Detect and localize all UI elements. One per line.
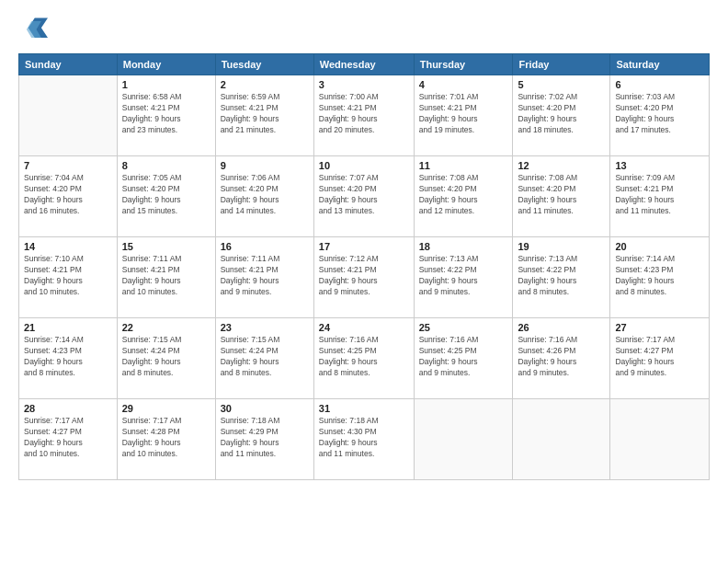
calendar-cell: 25Sunrise: 7:16 AMSunset: 4:25 PMDayligh… (414, 318, 513, 399)
day-number: 9 (221, 160, 309, 171)
calendar-cell: 13Sunrise: 7:09 AMSunset: 4:21 PMDayligh… (610, 156, 710, 237)
day-number: 22 (122, 322, 210, 333)
day-info: Sunrise: 7:15 AMSunset: 4:24 PMDaylight:… (221, 335, 309, 379)
day-number: 8 (122, 160, 210, 171)
calendar-cell: 2Sunrise: 6:59 AMSunset: 4:21 PMDaylight… (215, 75, 313, 156)
weekday-header-thursday: Thursday (414, 54, 513, 75)
weekday-header-saturday: Saturday (610, 54, 710, 75)
week-row-4: 28Sunrise: 7:17 AMSunset: 4:27 PMDayligh… (19, 399, 710, 480)
day-info: Sunrise: 7:08 AMSunset: 4:20 PMDaylight:… (518, 173, 605, 217)
day-info: Sunrise: 7:16 AMSunset: 4:25 PMDaylight:… (319, 335, 409, 379)
day-info: Sunrise: 7:06 AMSunset: 4:20 PMDaylight:… (221, 173, 309, 217)
calendar-cell: 20Sunrise: 7:14 AMSunset: 4:23 PMDayligh… (610, 237, 710, 318)
day-info: Sunrise: 7:08 AMSunset: 4:20 PMDaylight:… (419, 173, 508, 217)
week-row-0: 1Sunrise: 6:58 AMSunset: 4:21 PMDaylight… (19, 75, 710, 156)
weekday-header-row: SundayMondayTuesdayWednesdayThursdayFrid… (19, 54, 710, 75)
calendar-cell (19, 75, 118, 156)
day-number: 5 (518, 79, 605, 90)
day-info: Sunrise: 7:13 AMSunset: 4:22 PMDaylight:… (518, 254, 605, 298)
day-number: 18 (419, 241, 508, 252)
calendar-cell (610, 399, 710, 480)
calendar-cell: 21Sunrise: 7:14 AMSunset: 4:23 PMDayligh… (19, 318, 118, 399)
day-number: 31 (319, 403, 409, 414)
calendar-cell: 11Sunrise: 7:08 AMSunset: 4:20 PMDayligh… (414, 156, 513, 237)
page: SundayMondayTuesdayWednesdayThursdayFrid… (0, 0, 728, 563)
day-info: Sunrise: 7:17 AMSunset: 4:27 PMDaylight:… (24, 416, 112, 460)
day-number: 13 (615, 160, 704, 171)
calendar-cell: 28Sunrise: 7:17 AMSunset: 4:27 PMDayligh… (19, 399, 118, 480)
calendar-cell: 7Sunrise: 7:04 AMSunset: 4:20 PMDaylight… (19, 156, 118, 237)
calendar-table: SundayMondayTuesdayWednesdayThursdayFrid… (18, 53, 710, 480)
header (18, 15, 710, 44)
week-row-3: 21Sunrise: 7:14 AMSunset: 4:23 PMDayligh… (19, 318, 710, 399)
day-info: Sunrise: 7:18 AMSunset: 4:29 PMDaylight:… (221, 416, 309, 460)
day-info: Sunrise: 7:01 AMSunset: 4:21 PMDaylight:… (419, 92, 508, 136)
day-number: 26 (518, 322, 605, 333)
day-info: Sunrise: 7:17 AMSunset: 4:28 PMDaylight:… (122, 416, 210, 460)
day-number: 12 (518, 160, 605, 171)
day-number: 11 (419, 160, 508, 171)
calendar-cell: 24Sunrise: 7:16 AMSunset: 4:25 PMDayligh… (313, 318, 414, 399)
logo (18, 15, 51, 44)
day-info: Sunrise: 7:11 AMSunset: 4:21 PMDaylight:… (221, 254, 309, 298)
day-number: 29 (122, 403, 210, 414)
day-number: 4 (419, 79, 508, 90)
day-number: 16 (221, 241, 309, 252)
calendar-cell: 17Sunrise: 7:12 AMSunset: 4:21 PMDayligh… (313, 237, 414, 318)
calendar-cell: 12Sunrise: 7:08 AMSunset: 4:20 PMDayligh… (513, 156, 610, 237)
day-number: 30 (221, 403, 309, 414)
calendar-cell (513, 399, 610, 480)
calendar-cell: 31Sunrise: 7:18 AMSunset: 4:30 PMDayligh… (313, 399, 414, 480)
calendar-cell (414, 399, 513, 480)
day-info: Sunrise: 7:04 AMSunset: 4:20 PMDaylight:… (24, 173, 112, 217)
calendar-cell: 15Sunrise: 7:11 AMSunset: 4:21 PMDayligh… (117, 237, 215, 318)
day-info: Sunrise: 7:10 AMSunset: 4:21 PMDaylight:… (24, 254, 112, 298)
day-number: 19 (518, 241, 605, 252)
day-info: Sunrise: 7:15 AMSunset: 4:24 PMDaylight:… (122, 335, 210, 379)
weekday-header-monday: Monday (117, 54, 215, 75)
calendar-cell: 5Sunrise: 7:02 AMSunset: 4:20 PMDaylight… (513, 75, 610, 156)
day-number: 10 (319, 160, 409, 171)
day-number: 24 (319, 322, 409, 333)
day-number: 14 (24, 241, 112, 252)
week-row-1: 7Sunrise: 7:04 AMSunset: 4:20 PMDaylight… (19, 156, 710, 237)
logo-icon (18, 15, 48, 44)
day-info: Sunrise: 6:58 AMSunset: 4:21 PMDaylight:… (122, 92, 210, 136)
day-info: Sunrise: 7:14 AMSunset: 4:23 PMDaylight:… (615, 254, 704, 298)
day-number: 21 (24, 322, 112, 333)
calendar-cell: 30Sunrise: 7:18 AMSunset: 4:29 PMDayligh… (215, 399, 313, 480)
calendar-cell: 18Sunrise: 7:13 AMSunset: 4:22 PMDayligh… (414, 237, 513, 318)
day-number: 15 (122, 241, 210, 252)
day-info: Sunrise: 7:05 AMSunset: 4:20 PMDaylight:… (122, 173, 210, 217)
calendar-cell: 1Sunrise: 6:58 AMSunset: 4:21 PMDaylight… (117, 75, 215, 156)
weekday-header-wednesday: Wednesday (313, 54, 414, 75)
calendar-cell: 8Sunrise: 7:05 AMSunset: 4:20 PMDaylight… (117, 156, 215, 237)
calendar-cell: 9Sunrise: 7:06 AMSunset: 4:20 PMDaylight… (215, 156, 313, 237)
day-number: 20 (615, 241, 704, 252)
calendar-cell: 19Sunrise: 7:13 AMSunset: 4:22 PMDayligh… (513, 237, 610, 318)
day-info: Sunrise: 7:16 AMSunset: 4:26 PMDaylight:… (518, 335, 605, 379)
day-number: 1 (122, 79, 210, 90)
calendar-cell: 26Sunrise: 7:16 AMSunset: 4:26 PMDayligh… (513, 318, 610, 399)
day-number: 2 (221, 79, 309, 90)
day-number: 28 (24, 403, 112, 414)
day-info: Sunrise: 7:11 AMSunset: 4:21 PMDaylight:… (122, 254, 210, 298)
day-number: 6 (615, 79, 704, 90)
day-number: 27 (615, 322, 704, 333)
weekday-header-sunday: Sunday (19, 54, 118, 75)
calendar-cell: 16Sunrise: 7:11 AMSunset: 4:21 PMDayligh… (215, 237, 313, 318)
calendar-cell: 4Sunrise: 7:01 AMSunset: 4:21 PMDaylight… (414, 75, 513, 156)
day-info: Sunrise: 7:07 AMSunset: 4:20 PMDaylight:… (319, 173, 409, 217)
day-info: Sunrise: 7:02 AMSunset: 4:20 PMDaylight:… (518, 92, 605, 136)
day-info: Sunrise: 7:12 AMSunset: 4:21 PMDaylight:… (319, 254, 409, 298)
calendar-cell: 27Sunrise: 7:17 AMSunset: 4:27 PMDayligh… (610, 318, 710, 399)
calendar-cell: 23Sunrise: 7:15 AMSunset: 4:24 PMDayligh… (215, 318, 313, 399)
day-info: Sunrise: 7:18 AMSunset: 4:30 PMDaylight:… (319, 416, 409, 460)
calendar-cell: 10Sunrise: 7:07 AMSunset: 4:20 PMDayligh… (313, 156, 414, 237)
day-info: Sunrise: 6:59 AMSunset: 4:21 PMDaylight:… (221, 92, 309, 136)
calendar-cell: 29Sunrise: 7:17 AMSunset: 4:28 PMDayligh… (117, 399, 215, 480)
calendar-cell: 22Sunrise: 7:15 AMSunset: 4:24 PMDayligh… (117, 318, 215, 399)
day-number: 25 (419, 322, 508, 333)
day-number: 23 (221, 322, 309, 333)
day-info: Sunrise: 7:03 AMSunset: 4:20 PMDaylight:… (615, 92, 704, 136)
